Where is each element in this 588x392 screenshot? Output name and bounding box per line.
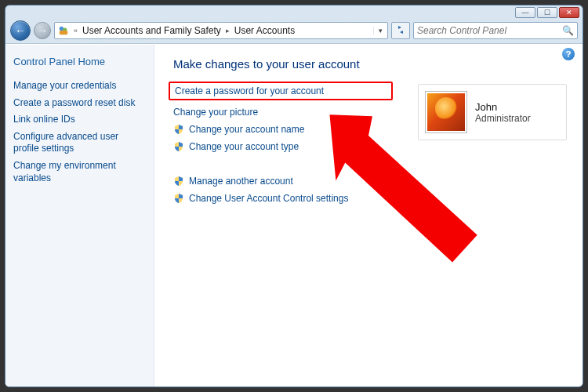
task-uac-settings[interactable]: Change User Account Control settings [173,193,393,204]
task-change-picture-link[interactable]: Change your picture [173,107,258,118]
task-list: Create a password for your account Chang… [173,82,393,204]
control-panel-window: — ☐ ✕ ← → « User Accounts and Family Saf… [5,5,583,387]
breadcrumb-seg-user-accounts[interactable]: User Accounts [234,25,295,36]
search-input[interactable] [417,25,562,36]
sidebar-link-credentials[interactable]: Manage your credentials [13,80,146,93]
svg-rect-2 [60,31,68,34]
minimize-button[interactable]: — [515,7,535,18]
shield-icon [173,193,184,204]
shield-icon [173,141,184,152]
breadcrumb-seg-family-safety[interactable]: User Accounts and Family Safety [82,25,221,36]
titlebar: — ☐ ✕ [5,5,583,18]
sidebar-heading[interactable]: Control Panel Home [13,56,146,67]
avatar-image [427,93,465,131]
close-button[interactable]: ✕ [559,7,579,18]
user-accounts-icon [58,25,69,36]
help-icon: ? [566,49,572,59]
address-bar[interactable]: « User Accounts and Family Safety ▸ User… [54,22,388,39]
address-dropdown-icon[interactable]: ▾ [373,27,384,34]
arrow-left-icon: ← [15,24,26,37]
forward-button[interactable]: → [34,22,51,39]
user-card: John Administrator [418,84,567,140]
task-manage-another-link[interactable]: Manage another account [189,176,293,187]
arrow-right-icon: → [37,24,48,37]
user-type: Administrator [475,113,531,124]
task-change-picture[interactable]: Change your picture [173,107,393,118]
shield-icon [173,124,184,135]
user-name: John [475,101,531,113]
task-create-password-link[interactable]: Create a password for your account [175,85,324,96]
task-spacer [173,158,393,169]
sidebar-link-online-ids[interactable]: Link online IDs [13,114,146,126]
content-area: Control Panel Home Manage your credentia… [5,44,583,387]
page-title: Make changes to your user account [173,57,567,71]
task-change-name-link[interactable]: Change your account name [189,124,304,135]
sidebar-link-env-vars[interactable]: Change my environment variables [13,160,146,184]
sidebar-link-reset-disk[interactable]: Create a password reset disk [13,97,146,110]
task-change-name[interactable]: Change your account name [173,124,393,135]
refresh-button[interactable] [391,22,410,39]
help-button[interactable]: ? [562,48,575,60]
task-uac-settings-link[interactable]: Change User Account Control settings [189,193,348,204]
refresh-icon [396,25,405,37]
main-panel: ? Make changes to your user account Crea… [154,45,583,387]
chevron-right-icon: ▸ [224,27,231,34]
back-button[interactable]: ← [10,20,31,41]
navbar: ← → « User Accounts and Family Safety ▸ … [5,18,583,43]
task-change-type[interactable]: Change your account type [173,141,393,152]
history-chevron-icon[interactable]: « [72,27,79,34]
task-manage-another[interactable]: Manage another account [173,176,393,187]
sidebar: Control Panel Home Manage your credentia… [5,45,154,387]
task-create-password[interactable]: Create a password for your account [169,82,393,100]
maximize-button[interactable]: ☐ [537,7,557,18]
search-icon[interactable]: 🔍 [562,25,574,36]
user-info: John Administrator [475,101,531,124]
shield-icon [173,176,184,187]
task-change-type-link[interactable]: Change your account type [189,141,299,152]
sidebar-link-advanced-profile[interactable]: Configure advanced user profile settings [13,131,146,155]
avatar-frame [425,91,467,133]
search-box[interactable]: 🔍 [413,22,578,39]
